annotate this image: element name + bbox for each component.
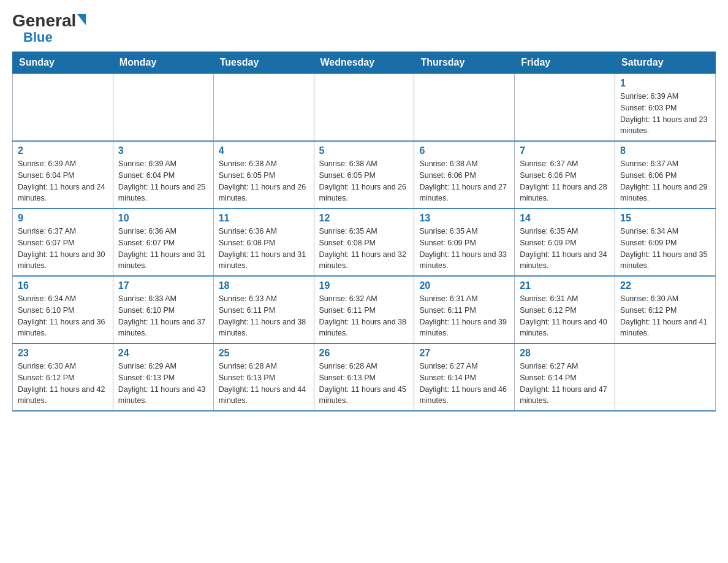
- day-info: Sunrise: 6:36 AMSunset: 6:07 PMDaylight:…: [118, 226, 208, 272]
- day-info: Sunrise: 6:38 AMSunset: 6:06 PMDaylight:…: [419, 158, 509, 204]
- day-number: 22: [620, 280, 710, 291]
- calendar-week-1: 1Sunrise: 6:39 AMSunset: 6:03 PMDaylight…: [13, 74, 716, 141]
- day-number: 26: [319, 348, 409, 359]
- weekday-header-sunday: Sunday: [13, 52, 113, 74]
- calendar-cell: 4Sunrise: 6:38 AMSunset: 6:05 PMDaylight…: [213, 141, 314, 209]
- day-info: Sunrise: 6:35 AMSunset: 6:09 PMDaylight:…: [419, 226, 509, 272]
- calendar-cell: 27Sunrise: 6:27 AMSunset: 6:14 PMDayligh…: [414, 343, 515, 411]
- calendar-cell: 3Sunrise: 6:39 AMSunset: 6:04 PMDaylight…: [113, 141, 213, 209]
- page-header: General Blue: [12, 12, 716, 45]
- calendar-week-5: 23Sunrise: 6:30 AMSunset: 6:12 PMDayligh…: [13, 343, 716, 411]
- day-number: 27: [419, 348, 509, 359]
- day-info: Sunrise: 6:31 AMSunset: 6:11 PMDaylight:…: [419, 293, 509, 339]
- calendar-cell: 24Sunrise: 6:29 AMSunset: 6:13 PMDayligh…: [113, 343, 213, 411]
- day-number: 28: [520, 348, 610, 359]
- calendar-cell: 20Sunrise: 6:31 AMSunset: 6:11 PMDayligh…: [414, 276, 515, 343]
- logo-general-text: General: [12, 12, 76, 29]
- day-number: 19: [319, 280, 409, 291]
- day-info: Sunrise: 6:37 AMSunset: 6:06 PMDaylight:…: [520, 158, 610, 204]
- logo-arrow-icon: [77, 14, 86, 25]
- day-info: Sunrise: 6:32 AMSunset: 6:11 PMDaylight:…: [319, 293, 409, 339]
- calendar-week-2: 2Sunrise: 6:39 AMSunset: 6:04 PMDaylight…: [13, 141, 716, 209]
- calendar-cell: 2Sunrise: 6:39 AMSunset: 6:04 PMDaylight…: [13, 141, 113, 209]
- weekday-header-saturday: Saturday: [615, 52, 716, 74]
- calendar-cell: 6Sunrise: 6:38 AMSunset: 6:06 PMDaylight…: [414, 141, 515, 209]
- calendar-cell: [113, 74, 213, 141]
- calendar-cell: 15Sunrise: 6:34 AMSunset: 6:09 PMDayligh…: [615, 209, 716, 276]
- day-info: Sunrise: 6:27 AMSunset: 6:14 PMDaylight:…: [419, 361, 509, 407]
- calendar-cell: 9Sunrise: 6:37 AMSunset: 6:07 PMDaylight…: [13, 209, 113, 276]
- day-info: Sunrise: 6:34 AMSunset: 6:10 PMDaylight:…: [18, 293, 108, 339]
- day-number: 15: [620, 213, 710, 224]
- calendar-cell: 14Sunrise: 6:35 AMSunset: 6:09 PMDayligh…: [515, 209, 615, 276]
- day-info: Sunrise: 6:36 AMSunset: 6:08 PMDaylight:…: [219, 226, 309, 272]
- calendar-cell: 28Sunrise: 6:27 AMSunset: 6:14 PMDayligh…: [515, 343, 615, 411]
- calendar-cell: 12Sunrise: 6:35 AMSunset: 6:08 PMDayligh…: [314, 209, 414, 276]
- day-number: 1: [620, 78, 710, 89]
- day-info: Sunrise: 6:31 AMSunset: 6:12 PMDaylight:…: [520, 293, 610, 339]
- day-number: 3: [118, 145, 208, 156]
- calendar-cell: [414, 74, 515, 141]
- day-info: Sunrise: 6:39 AMSunset: 6:03 PMDaylight:…: [620, 91, 710, 137]
- calendar-cell: 23Sunrise: 6:30 AMSunset: 6:12 PMDayligh…: [13, 343, 113, 411]
- day-number: 10: [118, 213, 208, 224]
- calendar-cell: 19Sunrise: 6:32 AMSunset: 6:11 PMDayligh…: [314, 276, 414, 343]
- calendar-week-4: 16Sunrise: 6:34 AMSunset: 6:10 PMDayligh…: [13, 276, 716, 343]
- day-info: Sunrise: 6:37 AMSunset: 6:07 PMDaylight:…: [18, 226, 108, 272]
- calendar-cell: 13Sunrise: 6:35 AMSunset: 6:09 PMDayligh…: [414, 209, 515, 276]
- day-info: Sunrise: 6:33 AMSunset: 6:11 PMDaylight:…: [219, 293, 309, 339]
- calendar-cell: [213, 74, 314, 141]
- calendar-cell: 25Sunrise: 6:28 AMSunset: 6:13 PMDayligh…: [213, 343, 314, 411]
- day-number: 21: [520, 280, 610, 291]
- day-number: 4: [219, 145, 309, 156]
- calendar-cell: 10Sunrise: 6:36 AMSunset: 6:07 PMDayligh…: [113, 209, 213, 276]
- calendar-cell: 5Sunrise: 6:38 AMSunset: 6:05 PMDaylight…: [314, 141, 414, 209]
- day-info: Sunrise: 6:28 AMSunset: 6:13 PMDaylight:…: [319, 361, 409, 407]
- day-number: 16: [18, 280, 108, 291]
- weekday-header-friday: Friday: [515, 52, 615, 74]
- day-info: Sunrise: 6:35 AMSunset: 6:08 PMDaylight:…: [319, 226, 409, 272]
- calendar-cell: [13, 74, 113, 141]
- day-number: 11: [219, 213, 309, 224]
- calendar-cell: 16Sunrise: 6:34 AMSunset: 6:10 PMDayligh…: [13, 276, 113, 343]
- logo-blue-text: Blue: [23, 29, 53, 45]
- calendar-cell: [515, 74, 615, 141]
- day-info: Sunrise: 6:33 AMSunset: 6:10 PMDaylight:…: [118, 293, 208, 339]
- calendar-cell: 8Sunrise: 6:37 AMSunset: 6:06 PMDaylight…: [615, 141, 716, 209]
- calendar-cell: 21Sunrise: 6:31 AMSunset: 6:12 PMDayligh…: [515, 276, 615, 343]
- day-number: 25: [219, 348, 309, 359]
- day-info: Sunrise: 6:39 AMSunset: 6:04 PMDaylight:…: [18, 158, 108, 204]
- calendar-cell: [615, 343, 716, 411]
- day-number: 6: [419, 145, 509, 156]
- day-number: 2: [18, 145, 108, 156]
- day-number: 20: [419, 280, 509, 291]
- logo: General Blue: [12, 12, 86, 45]
- day-info: Sunrise: 6:27 AMSunset: 6:14 PMDaylight:…: [520, 361, 610, 407]
- day-info: Sunrise: 6:34 AMSunset: 6:09 PMDaylight:…: [620, 226, 710, 272]
- day-info: Sunrise: 6:37 AMSunset: 6:06 PMDaylight:…: [620, 158, 710, 204]
- calendar-week-3: 9Sunrise: 6:37 AMSunset: 6:07 PMDaylight…: [13, 209, 716, 276]
- day-number: 12: [319, 213, 409, 224]
- day-info: Sunrise: 6:30 AMSunset: 6:12 PMDaylight:…: [18, 361, 108, 407]
- calendar-cell: 7Sunrise: 6:37 AMSunset: 6:06 PMDaylight…: [515, 141, 615, 209]
- day-info: Sunrise: 6:38 AMSunset: 6:05 PMDaylight:…: [319, 158, 409, 204]
- calendar-cell: 17Sunrise: 6:33 AMSunset: 6:10 PMDayligh…: [113, 276, 213, 343]
- calendar-cell: 18Sunrise: 6:33 AMSunset: 6:11 PMDayligh…: [213, 276, 314, 343]
- weekday-header-row: SundayMondayTuesdayWednesdayThursdayFrid…: [13, 52, 716, 74]
- day-number: 17: [118, 280, 208, 291]
- calendar-cell: 22Sunrise: 6:30 AMSunset: 6:12 PMDayligh…: [615, 276, 716, 343]
- day-info: Sunrise: 6:39 AMSunset: 6:04 PMDaylight:…: [118, 158, 208, 204]
- day-info: Sunrise: 6:38 AMSunset: 6:05 PMDaylight:…: [219, 158, 309, 204]
- calendar-cell: 26Sunrise: 6:28 AMSunset: 6:13 PMDayligh…: [314, 343, 414, 411]
- day-info: Sunrise: 6:29 AMSunset: 6:13 PMDaylight:…: [118, 361, 208, 407]
- day-info: Sunrise: 6:28 AMSunset: 6:13 PMDaylight:…: [219, 361, 309, 407]
- day-number: 7: [520, 145, 610, 156]
- calendar-cell: 11Sunrise: 6:36 AMSunset: 6:08 PMDayligh…: [213, 209, 314, 276]
- day-info: Sunrise: 6:35 AMSunset: 6:09 PMDaylight:…: [520, 226, 610, 272]
- day-number: 9: [18, 213, 108, 224]
- weekday-header-thursday: Thursday: [414, 52, 515, 74]
- calendar-cell: [314, 74, 414, 141]
- day-number: 18: [219, 280, 309, 291]
- day-number: 5: [319, 145, 409, 156]
- day-info: Sunrise: 6:30 AMSunset: 6:12 PMDaylight:…: [620, 293, 710, 339]
